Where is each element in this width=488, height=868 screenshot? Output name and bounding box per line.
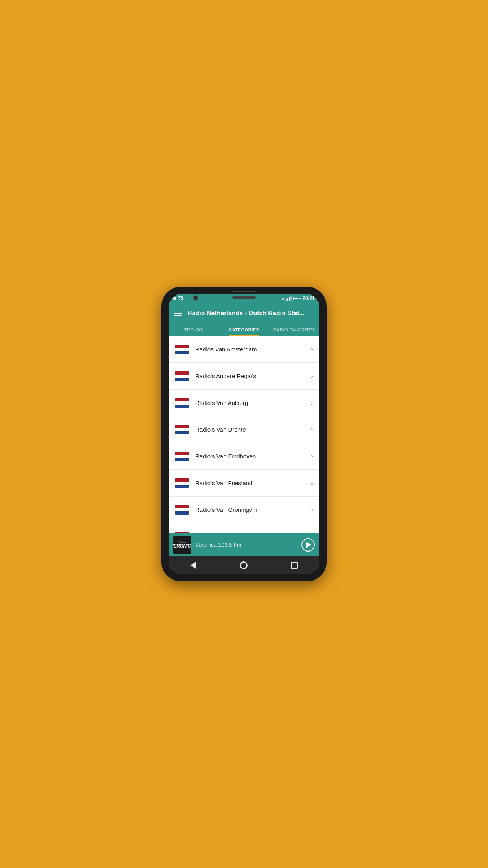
phone-frame: ▴ 20:21 [161,287,327,581]
phone-screen: ▴ 20:21 [169,294,319,574]
netherlands-flag [175,478,189,488]
notification-icon-1 [173,297,176,300]
chevron-right-icon: › [311,399,313,407]
logo-main-text: VERONICA [173,544,191,549]
item-label: Radio's Van Friesland [195,480,311,486]
back-icon [190,561,196,569]
home-icon [240,561,248,569]
status-left-icons [173,296,183,300]
list-item[interactable]: Radio's Van Eindhoven › [169,443,319,470]
netherlands-flag [175,371,189,381]
app-bar: Radio Netherlands - Dutch Radio Stat... [169,303,319,324]
status-right-icons: ▴ 20:21 [282,296,315,301]
list-item[interactable]: Radio's Van Friesland › [169,470,319,497]
tab-bar: TRENDS CATEGORIES RADIO FAVORITES [169,324,319,336]
wifi-icon: ▴ [282,296,284,301]
netherlands-flag [175,425,189,434]
navigation-bar [169,556,319,574]
netherlands-flag [175,505,189,515]
sim-icon [178,296,183,300]
list-item[interactable]: Radio's Van Hilversum › [169,523,319,533]
status-time: 20:21 [303,296,315,301]
chevron-right-icon: › [311,506,313,514]
item-label: Radio's Andere Regio's [195,373,311,379]
menu-button[interactable] [174,311,182,316]
station-logo: Radio VERONICA [173,536,191,554]
item-label: Radio's Van Aalburg [195,399,311,406]
now-playing-bar[interactable]: Radio VERONICA Veronica 103.5 Fm [169,533,319,556]
item-label: Radios Van Amsterdam [195,346,311,353]
back-button[interactable] [190,561,196,569]
chevron-right-icon: › [311,425,313,434]
recents-button[interactable] [291,562,298,569]
speaker-top [232,296,256,299]
app-title: Radio Netherlands - Dutch Radio Stat... [187,310,314,317]
list-item[interactable]: Radios Van Amsterdam › [169,336,319,363]
signal-icon [286,296,292,301]
list-item[interactable]: Radio's Van Drente › [169,416,319,443]
netherlands-flag [175,452,189,461]
tab-trends[interactable]: TRENDS [169,324,219,336]
chevron-right-icon: › [311,345,313,353]
list-item[interactable]: Radio's Van Groningem › [169,497,319,523]
chevron-right-icon: › [311,479,313,487]
list-item[interactable]: Radio's Andere Regio's › [169,363,319,390]
netherlands-flag [175,345,189,354]
item-label: Radio's Van Eindhoven [195,453,311,460]
category-list: Radios Van Amsterdam › Radio's Andere Re… [169,336,319,533]
play-button[interactable] [301,538,315,552]
chevron-right-icon: › [311,452,313,460]
tab-categories[interactable]: CATEGORIES [219,324,269,336]
now-playing-station-name: Veronica 103.5 Fm [195,542,297,548]
battery-icon [293,297,299,300]
home-button[interactable] [240,561,248,569]
camera [193,295,198,301]
list-item[interactable]: Radio's Van Aalburg › [169,390,319,416]
recents-icon [291,562,298,569]
chevron-right-icon: › [311,372,313,380]
netherlands-flag [175,398,189,408]
item-label: Radio's Van Groningem [195,506,311,513]
item-label: Radio's Van Drente [195,426,311,433]
tab-radio-favorites[interactable]: RADIO FAVORITES [269,324,319,336]
